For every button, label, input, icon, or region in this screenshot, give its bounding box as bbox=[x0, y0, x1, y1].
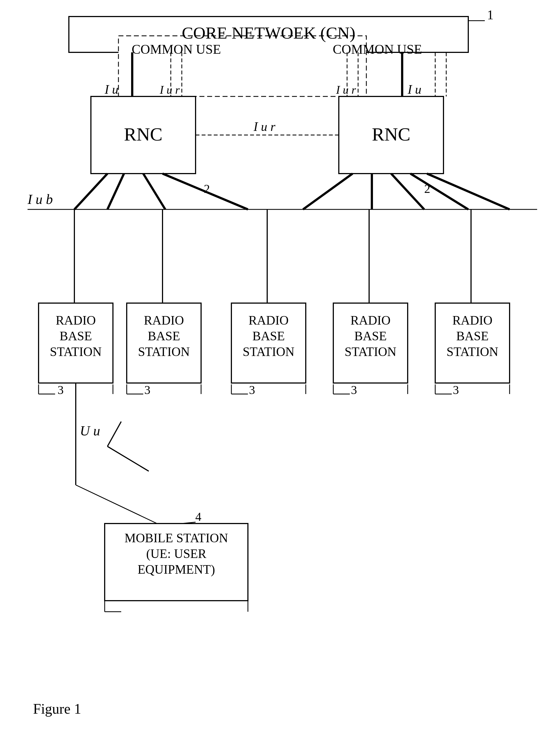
rbs5-line2: BASE bbox=[456, 329, 489, 343]
rbs3-ref: 3 bbox=[249, 383, 255, 397]
mobile-station-line1: MOBILE STATION bbox=[125, 531, 228, 545]
svg-line-20 bbox=[303, 174, 353, 209]
iur-right-label: I u r bbox=[336, 84, 356, 96]
uu-label: U u bbox=[80, 423, 100, 438]
svg-line-18 bbox=[143, 174, 165, 209]
svg-line-19 bbox=[163, 174, 248, 209]
rbs5-line1: RADIO bbox=[452, 313, 493, 327]
svg-line-51 bbox=[108, 446, 149, 471]
rbs1-line3: STATION bbox=[50, 345, 102, 359]
rbs2-line2: BASE bbox=[148, 329, 180, 343]
rbs5-line3: STATION bbox=[446, 345, 498, 359]
iu-left-label: I u bbox=[105, 83, 119, 97]
rbs4-line3: STATION bbox=[345, 345, 396, 359]
mobile-station-line3: EQUIPMENT) bbox=[138, 562, 215, 576]
iub-label: I u b bbox=[27, 191, 53, 207]
rbs2-line3: STATION bbox=[138, 345, 190, 359]
rbs4-ref: 3 bbox=[351, 383, 357, 397]
svg-line-16 bbox=[74, 174, 108, 209]
svg-line-17 bbox=[108, 174, 124, 209]
rbs1-line2: BASE bbox=[59, 329, 92, 343]
svg-line-53 bbox=[76, 485, 157, 524]
rbs3-line2: BASE bbox=[252, 329, 285, 343]
ref-1-label: 1 bbox=[487, 7, 494, 22]
rbs1-ref: 3 bbox=[57, 383, 64, 397]
rbs1-line1: RADIO bbox=[56, 313, 96, 327]
rbs2-ref: 3 bbox=[144, 383, 150, 397]
core-network-label: CORE NETWOEK (CN) bbox=[182, 23, 355, 42]
iur-left-label: I u r bbox=[160, 84, 180, 96]
figure-caption: Figure 1 bbox=[33, 701, 81, 717]
iu-right-label: I u bbox=[407, 83, 421, 97]
svg-line-50 bbox=[108, 422, 121, 446]
common-use-right-label: COMMON USE bbox=[333, 42, 422, 56]
mobile-station-line2: (UE: USER bbox=[146, 547, 207, 561]
rnc-right-label: RNC bbox=[372, 124, 410, 145]
iur-middle-label: I u r bbox=[253, 120, 275, 134]
rbs3-line3: STATION bbox=[243, 345, 295, 359]
rbs3-line1: RADIO bbox=[248, 313, 289, 327]
rnc-left-label: RNC bbox=[124, 124, 163, 145]
rbs2-line1: RADIO bbox=[144, 313, 184, 327]
mobile-station-ref: 4 bbox=[195, 510, 201, 524]
common-use-left-label: COMMON USE bbox=[132, 42, 221, 56]
rbs4-line2: BASE bbox=[354, 329, 387, 343]
rbs4-line1: RADIO bbox=[350, 313, 391, 327]
diagram-container: CORE NETWOEK (CN) 1 COMMON USE COMMON US… bbox=[0, 0, 560, 739]
rbs5-ref: 3 bbox=[453, 383, 459, 397]
